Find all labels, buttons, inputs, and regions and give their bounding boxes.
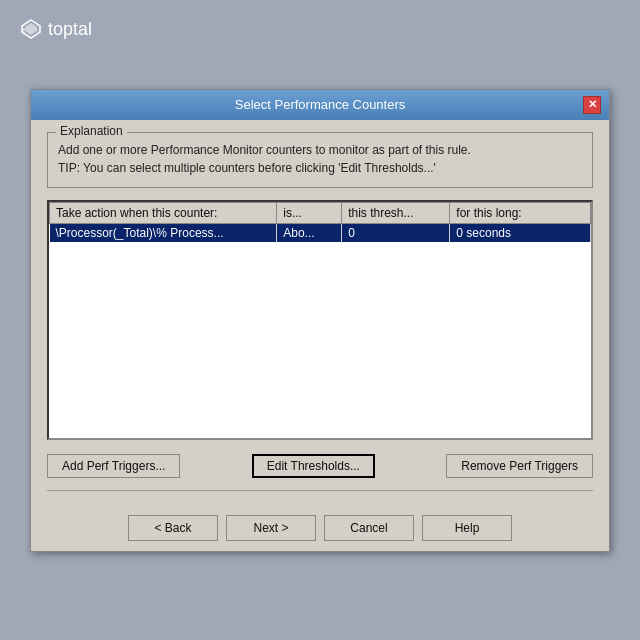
remove-perf-triggers-button[interactable]: Remove Perf Triggers	[446, 454, 593, 478]
cancel-button[interactable]: Cancel	[324, 515, 414, 541]
svg-text:t: t	[23, 27, 25, 34]
explanation-line2: TIP: You can select multiple counters be…	[58, 159, 582, 177]
toptal-logo-text: toptal	[48, 19, 92, 40]
help-button[interactable]: Help	[422, 515, 512, 541]
toptal-logo: t toptal	[20, 18, 92, 40]
cell-duration: 0 seconds	[450, 223, 591, 242]
add-perf-triggers-button[interactable]: Add Perf Triggers...	[47, 454, 180, 478]
col-counter: Take action when this counter:	[50, 202, 277, 223]
dialog-titlebar: Select Performance Counters ✕	[31, 90, 609, 120]
close-button[interactable]: ✕	[583, 96, 601, 114]
edit-thresholds-button[interactable]: Edit Thresholds...	[252, 454, 375, 478]
explanation-group: Explanation Add one or more Performance …	[47, 132, 593, 188]
cell-threshold: 0	[342, 223, 450, 242]
col-duration: for this long:	[450, 202, 591, 223]
col-threshold: this thresh...	[342, 202, 450, 223]
table-row[interactable]: \Processor(_Total)\% Process... Abo... 0…	[50, 223, 591, 242]
action-buttons-row: Add Perf Triggers... Edit Thresholds... …	[47, 454, 593, 491]
counters-table-container: Take action when this counter: is... thi…	[47, 200, 593, 440]
dialog-title: Select Performance Counters	[57, 97, 583, 112]
svg-marker-1	[25, 23, 37, 35]
nav-buttons-row: < Back Next > Cancel Help	[31, 515, 609, 551]
explanation-line1: Add one or more Performance Monitor coun…	[58, 141, 582, 159]
dialog: Select Performance Counters ✕ Explanatio…	[30, 89, 610, 552]
dialog-body: Explanation Add one or more Performance …	[31, 120, 609, 515]
col-is: is...	[277, 202, 342, 223]
explanation-legend: Explanation	[56, 124, 127, 138]
counters-table: Take action when this counter: is... thi…	[49, 202, 591, 242]
back-button[interactable]: < Back	[128, 515, 218, 541]
next-button[interactable]: Next >	[226, 515, 316, 541]
cell-is: Abo...	[277, 223, 342, 242]
cell-counter: \Processor(_Total)\% Process...	[50, 223, 277, 242]
toptal-icon: t	[20, 18, 42, 40]
